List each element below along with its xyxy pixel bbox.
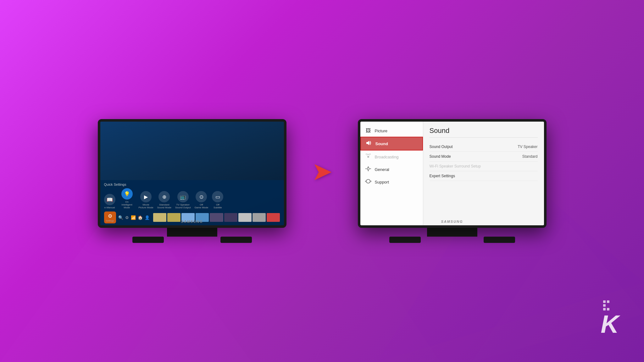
svg-point-9 bbox=[367, 167, 369, 170]
intelligent-icon: 💡 bbox=[121, 188, 133, 200]
color-block-7 bbox=[238, 213, 252, 222]
settings-sidebar: 🖼 Picture Sound bbox=[360, 122, 423, 225]
qs-item-subtitle[interactable]: ▭ OffSubtitle bbox=[212, 191, 223, 209]
main-container: Quick Settings 📖 e-Manual 💡 OnIntelligen… bbox=[0, 0, 644, 362]
sidebar-item-general[interactable]: General bbox=[360, 163, 423, 176]
qs-item-movie[interactable]: ▶ MoviePicture Mode bbox=[139, 191, 153, 209]
color-block-6 bbox=[224, 213, 237, 222]
right-tv-foot-right bbox=[484, 237, 515, 243]
sidebar-item-picture[interactable]: 🖼 Picture bbox=[360, 125, 423, 137]
left-tv-screen: Quick Settings 📖 e-Manual 💡 OnIntelligen… bbox=[100, 122, 284, 225]
picture-label: Picture bbox=[375, 129, 387, 133]
left-tv-foot-left bbox=[132, 237, 164, 243]
wifi-surround-label: Wi-Fi Speaker Surround Setup bbox=[430, 164, 481, 168]
color-block-8 bbox=[253, 213, 266, 222]
right-tv-body: 🖼 Picture Sound bbox=[358, 119, 547, 228]
game-label: OffGame Mode bbox=[194, 203, 208, 209]
sound-output-value: TV Speaker bbox=[518, 145, 537, 149]
knowtechie-logo: K bbox=[601, 300, 619, 337]
settings-button[interactable]: ⚙ Settings bbox=[104, 211, 116, 223]
quick-settings-overlay: Quick Settings 📖 e-Manual 💡 OnIntelligen… bbox=[100, 180, 284, 225]
movie-label: MoviePicture Mode bbox=[139, 203, 153, 209]
color-block-1 bbox=[153, 213, 166, 222]
right-tv-base bbox=[389, 237, 515, 243]
subtitle-icon: ▭ bbox=[212, 191, 223, 202]
settings-row-output[interactable]: Sound Output TV Speaker bbox=[430, 142, 538, 152]
arrow-container: ➤ bbox=[312, 159, 333, 184]
sidebar-item-support[interactable]: Support bbox=[360, 176, 423, 188]
color-block-5 bbox=[210, 213, 223, 222]
logo-dots bbox=[603, 300, 609, 310]
left-tv-neck bbox=[167, 228, 217, 237]
broadcasting-label: Broadcasting bbox=[375, 155, 399, 159]
logo-dot-2 bbox=[607, 300, 609, 303]
settings-row-wifi: Wi-Fi Speaker Surround Setup bbox=[430, 162, 538, 171]
subtitle-label: OffSubtitle bbox=[214, 203, 222, 209]
emanual-label: e-Manual bbox=[104, 206, 115, 209]
mini-icon-3: 📶 bbox=[131, 215, 136, 220]
sound-mode-icon: ⊕ bbox=[158, 191, 170, 202]
direction-arrow: ➤ bbox=[312, 159, 333, 184]
left-tv-stand bbox=[132, 228, 252, 243]
qs-icons-row: 📖 e-Manual 💡 OnIntelligent Mode ▶ MovieP… bbox=[104, 188, 280, 209]
settings-row-expert[interactable]: Expert Settings bbox=[430, 171, 538, 181]
qs-item-intelligent[interactable]: 💡 OnIntelligent Mode bbox=[119, 188, 135, 209]
game-icon: ⊙ bbox=[196, 191, 207, 202]
color-block-9 bbox=[267, 213, 280, 222]
left-tv-brand: SAMSUNG bbox=[181, 220, 203, 223]
logo-dot-row-1 bbox=[603, 300, 609, 303]
general-icon bbox=[365, 166, 372, 173]
svg-point-8 bbox=[367, 156, 369, 158]
left-tv-body: Quick Settings 📖 e-Manual 💡 OnIntelligen… bbox=[98, 119, 286, 228]
sound-mode-label: StandardSound Mode bbox=[157, 203, 171, 209]
qs-item-sound-mode[interactable]: ⊕ StandardSound Mode bbox=[157, 191, 171, 209]
settings-row-mode[interactable]: Sound Mode Standard bbox=[430, 152, 538, 162]
general-label: General bbox=[375, 167, 389, 172]
logo-letter: K bbox=[601, 312, 619, 337]
logo-dot-3 bbox=[603, 304, 606, 307]
qs-item-game[interactable]: ⊙ OffGame Mode bbox=[194, 191, 208, 209]
emanual-icon: 📖 bbox=[104, 194, 115, 205]
left-tv: Quick Settings 📖 e-Manual 💡 OnIntelligen… bbox=[98, 119, 286, 243]
speaker-label: TV SpeakerSound Output bbox=[175, 203, 191, 209]
mini-icons-bar: 🔍 ⚙ 📶 🏠 👤 bbox=[118, 215, 150, 220]
sidebar-item-broadcasting[interactable]: Broadcasting bbox=[360, 151, 423, 163]
logo-dot-row-2 bbox=[603, 304, 609, 307]
broadcasting-icon bbox=[365, 154, 372, 160]
movie-icon: ▶ bbox=[140, 191, 152, 202]
quick-settings-title: Quick Settings bbox=[104, 183, 280, 186]
expert-settings-label: Expert Settings bbox=[430, 174, 455, 178]
mini-icon-4: 🏠 bbox=[138, 215, 143, 220]
sound-output-label: Sound Output bbox=[430, 145, 453, 149]
left-tv-foot-right bbox=[220, 237, 252, 243]
right-tv-foot-left bbox=[389, 237, 421, 243]
qs-item-speaker[interactable]: 📺 TV SpeakerSound Output bbox=[175, 191, 191, 209]
mini-icon-5: 👤 bbox=[145, 215, 150, 220]
right-tv-brand: SAMSUNG bbox=[441, 220, 463, 223]
qs-item-emanual[interactable]: 📖 e-Manual bbox=[104, 194, 115, 209]
settings-label: Settings bbox=[106, 220, 114, 222]
settings-section-title: Sound bbox=[430, 127, 538, 138]
speaker-icon: 📺 bbox=[177, 191, 189, 202]
sound-mode-row-label: Sound Mode bbox=[430, 154, 451, 159]
color-bar bbox=[153, 213, 280, 222]
picture-icon: 🖼 bbox=[365, 128, 372, 134]
mini-icon-2: ⚙ bbox=[125, 215, 129, 220]
sound-mode-row-value: Standard bbox=[522, 154, 538, 159]
right-tv-neck bbox=[427, 228, 477, 237]
sidebar-item-sound[interactable]: Sound bbox=[360, 137, 423, 151]
sound-icon bbox=[365, 140, 372, 147]
right-tv-stand bbox=[389, 228, 515, 243]
settings-content: Sound Sound Output TV Speaker Sound Mode… bbox=[423, 122, 544, 225]
logo-dot-1 bbox=[603, 300, 606, 303]
left-tv-base bbox=[132, 237, 252, 243]
right-tv-screen: 🖼 Picture Sound bbox=[360, 122, 544, 225]
support-icon bbox=[365, 179, 372, 185]
sound-label: Sound bbox=[375, 141, 388, 146]
support-label: Support bbox=[375, 180, 389, 184]
mini-icon-1: 🔍 bbox=[118, 215, 123, 220]
right-tv: 🖼 Picture Sound bbox=[358, 119, 547, 243]
color-block-2 bbox=[167, 213, 180, 222]
intelligent-label: OnIntelligent Mode bbox=[119, 200, 135, 209]
